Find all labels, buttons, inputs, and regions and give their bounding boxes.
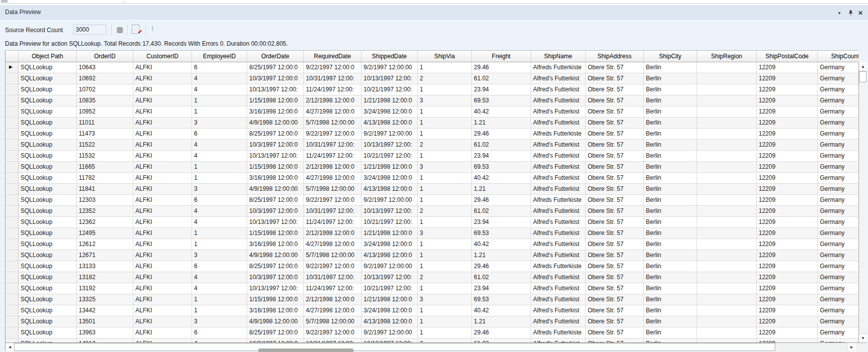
cell[interactable]: ALFKI	[133, 151, 192, 162]
cell[interactable]	[697, 217, 757, 228]
cell[interactable]: Obere Str. 57	[586, 140, 644, 151]
cell[interactable]: 9/22/1997 12:00:0	[304, 261, 362, 272]
cell[interactable]	[697, 84, 757, 95]
cell[interactable]: Berlin	[644, 327, 697, 338]
cell[interactable]: Berlin	[644, 129, 697, 140]
cell[interactable]: 11011	[77, 118, 133, 129]
column-header-requireddate[interactable]: RequiredDate	[304, 51, 362, 62]
cell[interactable]: 11/24/1997 12:00:	[304, 84, 362, 95]
cell[interactable]: 3	[418, 294, 472, 305]
cell[interactable]: 1/15/1998 12:00:0	[247, 162, 304, 173]
cell[interactable]: 12209	[757, 261, 818, 272]
cell[interactable]: Obere Str. 57	[586, 261, 644, 272]
cell[interactable]: 13963	[77, 327, 133, 338]
cell[interactable]: 29.46	[472, 195, 531, 206]
cell[interactable]: 1	[418, 316, 472, 327]
cell[interactable]: 1/21/1998 12:00:0	[362, 294, 418, 305]
cell[interactable]: 1	[192, 173, 247, 184]
cell[interactable]: 12209	[757, 206, 818, 217]
cell[interactable]: Alfred's Futterkist	[531, 140, 586, 151]
cell[interactable]: ALFKI	[133, 173, 192, 184]
cell[interactable]: Berlin	[644, 305, 697, 316]
cell[interactable]: Berlin	[644, 95, 697, 106]
cell[interactable]: SQLLookup	[19, 250, 77, 261]
cell[interactable]: Alfreds Futterkiste	[531, 195, 586, 206]
row-selector[interactable]	[6, 261, 19, 272]
window-position-menu-button[interactable]: ▼	[835, 9, 843, 17]
cell[interactable]: 1/21/1998 12:00:0	[362, 95, 418, 106]
cell[interactable]: Germany	[818, 316, 858, 327]
cell[interactable]: 10/21/1997 12:00:	[362, 84, 418, 95]
cell[interactable]: 3	[192, 118, 247, 129]
cell[interactable]: Alfred's Futterkist	[531, 73, 586, 84]
cell[interactable]: ALFKI	[133, 283, 192, 294]
cell[interactable]: ALFKI	[133, 338, 192, 342]
cell[interactable]: 12209	[757, 338, 818, 342]
cell[interactable]: 12362	[77, 217, 133, 228]
scroll-up-button[interactable]: ▲	[859, 62, 867, 71]
cell[interactable]: 2	[418, 140, 472, 151]
cell[interactable]: 12209	[757, 106, 818, 118]
cell[interactable]: 23.94	[472, 283, 531, 294]
cell[interactable]: 1	[418, 283, 472, 294]
cell[interactable]: 10952	[77, 106, 133, 118]
cell[interactable]: Germany	[818, 106, 858, 118]
cell[interactable]	[697, 261, 757, 272]
cell[interactable]: 1/15/1998 12:00:0	[247, 228, 304, 239]
cell[interactable]: 10/13/1997 12:00:	[247, 151, 304, 162]
cell[interactable]: Obere Str. 57	[586, 118, 644, 129]
cell[interactable]: 10/31/1997 12:00:	[304, 206, 362, 217]
cell[interactable]: Germany	[818, 250, 858, 261]
cell[interactable]: 1	[192, 228, 247, 239]
cell[interactable]: SQLLookup	[19, 106, 77, 118]
row-selector[interactable]	[6, 327, 19, 338]
cell[interactable]: Alfred's Futterkist	[531, 228, 586, 239]
cell[interactable]: 8/25/1997 12:00:0	[247, 261, 304, 272]
cell[interactable]: SQLLookup	[19, 73, 77, 84]
cell[interactable]: Berlin	[644, 62, 697, 73]
cell[interactable]: Obere Str. 57	[586, 316, 644, 327]
cell[interactable]: SQLLookup	[19, 228, 77, 239]
cell[interactable]: ALFKI	[133, 129, 192, 140]
cell[interactable]: Obere Str. 57	[586, 106, 644, 118]
cell[interactable]: 40.42	[472, 239, 531, 250]
row-selector[interactable]	[6, 140, 19, 151]
cell[interactable]: 12612	[77, 239, 133, 250]
cell[interactable]	[697, 327, 757, 338]
column-header-shipregion[interactable]: ShipRegion	[697, 51, 757, 62]
row-selector[interactable]	[6, 162, 19, 173]
cell[interactable]: 10/21/1997 12:00:	[362, 283, 418, 294]
cell[interactable]: 10/21/1997 12:00:	[362, 217, 418, 228]
cell[interactable]: 10/3/1997 12:00:0	[247, 338, 304, 342]
row-selector[interactable]	[6, 206, 19, 217]
cell[interactable]: SQLLookup	[19, 95, 77, 106]
cell[interactable]: Alfred's Futterkist	[531, 272, 586, 283]
column-header-shipvia[interactable]: ShipVia	[418, 51, 472, 62]
cell[interactable]: 11665	[77, 162, 133, 173]
cell[interactable]: 11841	[77, 184, 133, 195]
cell[interactable]: 10835	[77, 95, 133, 106]
cell[interactable]: 12209	[757, 305, 818, 316]
cell[interactable]: 11782	[77, 173, 133, 184]
cell[interactable]: 10/31/1997 12:00:	[304, 338, 362, 342]
cell[interactable]: 11/24/1997 12:00:	[304, 283, 362, 294]
cell[interactable]	[697, 151, 757, 162]
cell[interactable]: 61.02	[472, 140, 531, 151]
cell[interactable]: 12209	[757, 217, 818, 228]
cell[interactable]: ALFKI	[133, 195, 192, 206]
cell[interactable]: Alfred's Futterkist	[531, 106, 586, 118]
cell[interactable]: 61.02	[472, 272, 531, 283]
cell[interactable]: Berlin	[644, 338, 697, 342]
cell[interactable]: 12209	[757, 327, 818, 338]
cell[interactable]: 12209	[757, 228, 818, 239]
cell[interactable]: 1	[192, 162, 247, 173]
cell[interactable]: 10/21/1997 12:00:	[362, 151, 418, 162]
cell[interactable]: 11/24/1997 12:00:	[304, 217, 362, 228]
cell[interactable]: 10/13/1997 12:00:	[362, 272, 418, 283]
cell[interactable]: 1/15/1998 12:00:0	[247, 95, 304, 106]
cell[interactable]: 5/7/1998 12:00:00	[304, 184, 362, 195]
column-header-shipname[interactable]: ShipName	[531, 51, 586, 62]
cell[interactable]: Berlin	[644, 184, 697, 195]
cell[interactable]: 4	[192, 272, 247, 283]
cell[interactable]: Alfred's Futterkist	[531, 338, 586, 342]
